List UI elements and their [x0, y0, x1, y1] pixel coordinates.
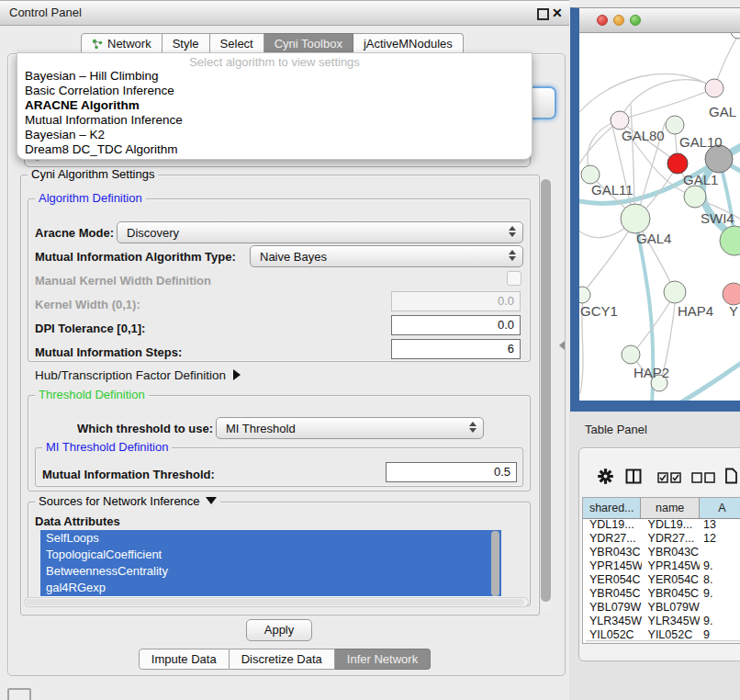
- network-node[interactable]: [723, 283, 740, 305]
- kernel-width-field[interactable]: 0.0: [391, 291, 521, 311]
- table-panel-card: shared...nameA YDL19...YDL19...13YDR27..…: [578, 447, 740, 661]
- algorithm-option-aracne-algorithm[interactable]: ARACNE Algorithm: [17, 98, 532, 113]
- network-node[interactable]: [581, 165, 600, 184]
- threshold-definition-title: Threshold Definition: [35, 388, 149, 401]
- spinner-arrows-icon: [468, 422, 477, 433]
- close-icon[interactable]: ✕: [552, 5, 563, 21]
- bottom-tab-discretize-data[interactable]: Discretize Data: [230, 649, 335, 670]
- table-row[interactable]: YPR145WYPR145W9.: [583, 559, 740, 573]
- window-minimize-button[interactable]: [613, 15, 624, 26]
- minimized-panel-icon[interactable]: [7, 688, 31, 700]
- tab-cyni-toolbox[interactable]: Cyni Toolbox: [264, 33, 353, 54]
- tab-select[interactable]: Select: [210, 33, 264, 54]
- document-icon[interactable]: [724, 468, 738, 484]
- control-panel-tabs: NetworkStyleSelectCyni ToolboxjActiveMNo…: [81, 33, 464, 54]
- apply-button[interactable]: Apply: [246, 619, 312, 641]
- settings-vertical-scrollbar-thumb[interactable]: [541, 179, 551, 602]
- node-label: GAL80: [622, 128, 665, 143]
- table-row[interactable]: YIL052CYIL052C9: [583, 628, 740, 638]
- table-cell: YDL19...: [583, 518, 642, 532]
- table-cell: 13: [700, 518, 740, 532]
- window-zoom-button[interactable]: [630, 15, 641, 26]
- network-icon: [92, 39, 103, 50]
- attribute-item-betweennesscentrality[interactable]: BetweennessCentrality: [40, 563, 501, 580]
- algorithm-option-mutual-information-inference[interactable]: Mutual Information Inference: [17, 113, 532, 128]
- attribute-item-selfloops[interactable]: SelfLoops: [40, 530, 501, 547]
- column-header-shared-[interactable]: shared...: [583, 498, 641, 518]
- column-header-name[interactable]: name: [641, 498, 699, 518]
- mi-threshold-label: Mutual Information Threshold:: [42, 468, 215, 482]
- network-node[interactable]: [731, 33, 740, 39]
- attributes-scrollbar-thumb[interactable]: [491, 531, 499, 596]
- which-threshold-select[interactable]: MI Threshold: [216, 417, 484, 439]
- manual-kernel-width-label: Manual Kernel Width Definition: [35, 274, 211, 288]
- table-row[interactable]: YDR27...YDR27...12: [583, 532, 740, 546]
- network-node[interactable]: [611, 111, 629, 130]
- dpi-tolerance-field[interactable]: 0.0: [391, 315, 521, 335]
- settings-horizontal-scrollbar[interactable]: [24, 597, 529, 607]
- table-row[interactable]: YDL19...YDL19...13: [583, 518, 740, 532]
- table-cell: YDR27...: [642, 532, 701, 546]
- network-node[interactable]: [621, 204, 650, 233]
- column-header-a[interactable]: A: [700, 498, 740, 518]
- mi-algorithm-type-select[interactable]: Naive Bayes: [250, 245, 523, 267]
- mi-steps-field[interactable]: 6: [391, 339, 521, 359]
- expand-right-icon[interactable]: [233, 369, 241, 380]
- table-row[interactable]: YER054CYER054C8.: [583, 573, 740, 587]
- manual-kernel-width-checkbox[interactable]: [507, 271, 521, 286]
- table-cell: YLR345W: [583, 615, 642, 628]
- sources-title[interactable]: Sources for Network Inference: [35, 494, 220, 508]
- network-edge: [715, 35, 738, 86]
- algorithm-option-bayesian-hill-climbing[interactable]: Bayesian – Hill Climbing: [17, 69, 532, 84]
- mi-threshold-field[interactable]: 0.5: [386, 462, 517, 482]
- window-close-button[interactable]: [597, 15, 608, 26]
- algorithm-option-dream8-dc-tdc-algorithm[interactable]: Dream8 DC_TDC Algorithm: [17, 142, 532, 157]
- network-node[interactable]: [684, 186, 706, 208]
- table-row[interactable]: YBR045CYBR045C9.: [583, 587, 740, 601]
- table-horizontal-scrollbar[interactable]: [586, 640, 740, 644]
- table-row[interactable]: YBL079WYBL079W: [583, 601, 740, 615]
- table-scrollbar-thumb[interactable]: [587, 643, 724, 644]
- network-node[interactable]: [666, 116, 684, 134]
- table-cell: 8.: [700, 573, 740, 587]
- node-label: GAL4: [636, 231, 671, 246]
- gear-icon[interactable]: [598, 469, 613, 484]
- unchecked-checkboxes-icon[interactable]: [691, 472, 715, 483]
- tab-network[interactable]: Network: [81, 33, 163, 54]
- network-node[interactable]: [705, 79, 723, 97]
- network-node[interactable]: [667, 153, 688, 174]
- table-cell: YDL19...: [642, 518, 701, 532]
- network-window-titlebar[interactable]: [579, 8, 740, 33]
- tab-style[interactable]: Style: [163, 33, 210, 54]
- table-cell: YIL052C: [642, 628, 701, 638]
- mi-steps-label: Mutual Information Steps:: [35, 345, 182, 360]
- table-cell: YPR145W: [642, 559, 701, 573]
- algorithm-option-bayesian-k2[interactable]: Bayesian – K2: [17, 128, 532, 142]
- float-window-icon[interactable]: [537, 8, 549, 20]
- aracne-mode-select[interactable]: Discovery: [117, 221, 523, 243]
- bottom-tab-impute-data[interactable]: Impute Data: [139, 649, 230, 670]
- table-row[interactable]: YBR043CYBR043C: [583, 546, 740, 559]
- network-node[interactable]: [622, 345, 640, 364]
- network-view-window: GALGAL80GAL10GAL1GAL11SWI4GAL4GCY1HAP4YH…: [570, 7, 740, 412]
- table-row[interactable]: YLR345WYLR345W9.: [583, 615, 740, 628]
- node-label: GAL10: [679, 134, 723, 150]
- network-canvas[interactable]: GALGAL80GAL10GAL1GAL11SWI4GAL4GCY1HAP4YH…: [579, 33, 740, 401]
- bottom-tab-infer-network[interactable]: Infer Network: [335, 649, 431, 670]
- node-label: Y: [729, 303, 738, 319]
- table-cell: YBL079W: [583, 601, 642, 615]
- splitter-collapse-icon[interactable]: [559, 341, 565, 350]
- network-node[interactable]: [579, 287, 590, 303]
- split-columns-icon[interactable]: [625, 469, 642, 484]
- collapse-down-icon[interactable]: [206, 497, 217, 504]
- attribute-item-topologicalcoefficient[interactable]: TopologicalCoefficient: [40, 547, 501, 563]
- which-threshold-label: Which threshold to use:: [77, 422, 213, 436]
- network-node[interactable]: [664, 281, 686, 303]
- tab-jactivemnodules[interactable]: jActiveMNodules: [353, 33, 464, 54]
- control-panel-titlebar[interactable]: Control Panel ✕: [0, 0, 569, 26]
- algorithm-option-basic-correlation-inference[interactable]: Basic Correlation Inference: [17, 84, 532, 98]
- hub-transcription-factor-section[interactable]: Hub/Transcription Factor Definition: [35, 368, 241, 383]
- checked-checkboxes-icon[interactable]: [657, 472, 681, 483]
- attribute-item-gal4rgexp[interactable]: gal4RGexp: [40, 580, 501, 596]
- node-label: SWI4: [701, 210, 734, 226]
